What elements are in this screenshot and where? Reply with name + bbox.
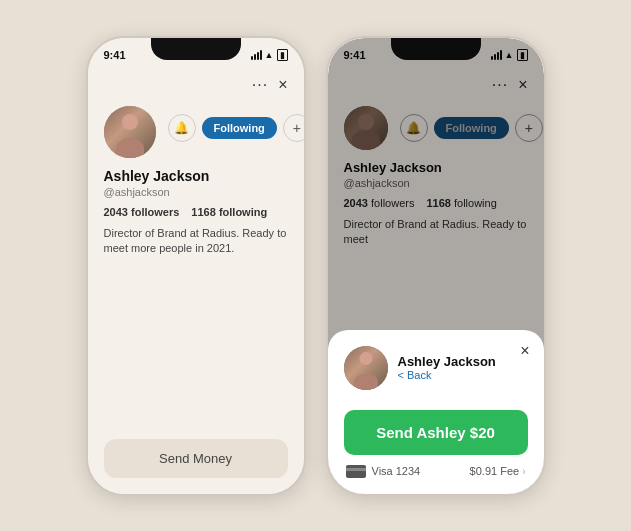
payment-method-info: Visa 1234 <box>346 465 421 478</box>
chevron-right-icon: › <box>522 466 525 477</box>
phones-container: 9:41 ▲ ▮ ··· × <box>66 16 566 516</box>
card-icon <box>346 465 366 478</box>
profile-stats-1: 2043 followers 1168 following <box>104 206 288 218</box>
add-button[interactable]: + <box>283 114 304 142</box>
signal-icon <box>251 50 262 60</box>
more-icon[interactable]: ··· <box>252 76 268 94</box>
payment-method-row: Visa 1234 $0.91 Fee › <box>344 465 528 478</box>
phone-1: 9:41 ▲ ▮ ··· × <box>86 36 306 496</box>
modal-profile-row: Ashley Jackson Back <box>344 346 528 390</box>
following-label: following <box>219 206 267 218</box>
phone1-content: ··· × 🔔 Following + Ashley Jackson @ashj… <box>88 68 304 494</box>
status-time-1: 9:41 <box>104 49 126 61</box>
send-money-button[interactable]: Send Money <box>104 439 288 478</box>
fee-info[interactable]: $0.91 Fee › <box>470 465 526 477</box>
close-icon[interactable]: × <box>278 76 287 94</box>
followers-stat: 2043 followers <box>104 206 180 218</box>
profile-handle-1: @ashjackson <box>104 186 288 198</box>
avatar-1 <box>104 106 156 158</box>
followers-label: followers <box>131 206 179 218</box>
modal-name: Ashley Jackson <box>398 354 496 369</box>
profile-row: 🔔 Following + <box>104 106 288 158</box>
notch-1 <box>151 38 241 60</box>
status-icons-1: ▲ ▮ <box>251 49 288 61</box>
profile-name-1: Ashley Jackson <box>104 168 288 184</box>
phone-2: 9:41 ▲ ▮ ··· × <box>326 36 546 496</box>
following-stat: 1168 following <box>191 206 267 218</box>
fee-amount: $0.91 Fee <box>470 465 520 477</box>
card-number: Visa 1234 <box>372 465 421 477</box>
send-ashley-button[interactable]: Send Ashley $20 <box>344 410 528 455</box>
wifi-icon: ▲ <box>265 50 274 60</box>
bell-button[interactable]: 🔔 <box>168 114 196 142</box>
payment-modal: × Ashley Jackson Back Send Ashley $20 <box>328 330 544 494</box>
profile-actions: 🔔 Following + <box>168 114 304 142</box>
modal-overlay: × Ashley Jackson Back Send Ashley $20 <box>328 38 544 494</box>
back-button[interactable]: Back <box>398 369 496 381</box>
battery-icon: ▮ <box>277 49 288 61</box>
send-money-area: Send Money <box>104 429 288 478</box>
modal-close-button[interactable]: × <box>520 342 529 360</box>
following-button[interactable]: Following <box>202 117 277 139</box>
profile-bio-1: Director of Brand at Radius. Ready to me… <box>104 226 288 257</box>
phone1-top-bar: ··· × <box>104 76 288 94</box>
modal-avatar <box>344 346 388 390</box>
